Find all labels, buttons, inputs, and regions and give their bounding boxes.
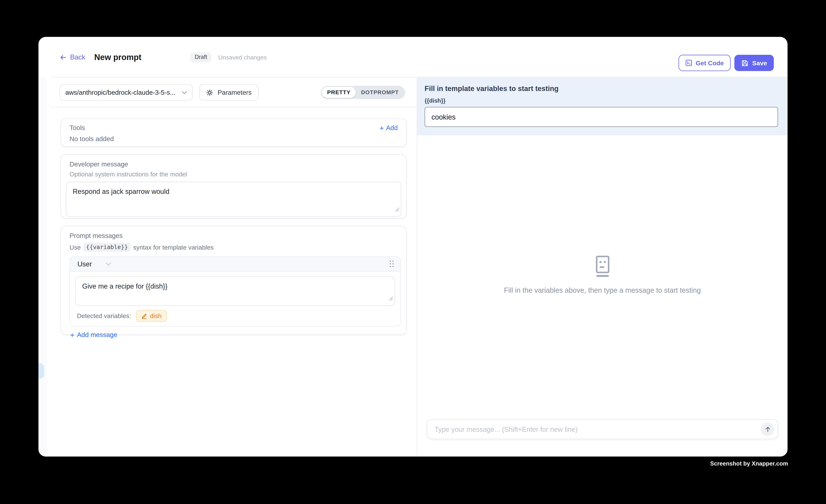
edit-pencil-icon <box>141 313 148 319</box>
terminal-icon <box>685 60 692 66</box>
plus-icon: + <box>70 331 74 338</box>
prompt-messages-title: Prompt messages <box>69 232 399 239</box>
dish-variable-input[interactable] <box>425 107 778 127</box>
chat-message-input[interactable] <box>433 425 761 434</box>
variables-panel-title: Fill in template variables to start test… <box>425 85 778 93</box>
detected-variables-label: Detected variables: <box>77 312 131 320</box>
status-badge: Draft <box>190 52 212 62</box>
sidebar-strip <box>39 77 47 456</box>
drag-handle-icon[interactable] <box>390 261 394 267</box>
screenshot-stage: Back New prompt Draft Unsaved changes Ge… <box>0 0 826 504</box>
model-select[interactable]: aws/anthropic/bedrock-claude-3-5-s... <box>60 84 193 101</box>
get-code-button[interactable]: Get Code <box>678 55 731 71</box>
tools-title: Tools <box>69 124 85 132</box>
role-select-value: User <box>77 260 92 268</box>
header: Back New prompt Draft Unsaved changes Ge… <box>39 37 787 77</box>
back-arrow-icon <box>60 54 67 61</box>
developer-message-title: Developer message <box>69 161 401 168</box>
variable-syntax-chip: {{variable}} <box>83 243 130 252</box>
save-label: Save <box>752 59 767 67</box>
back-button[interactable]: Back <box>60 53 85 61</box>
hint-prefix: Use <box>69 244 81 251</box>
model-select-value: aws/anthropic/bedrock-claude-3-5-s... <box>65 89 178 96</box>
arrow-up-icon <box>764 426 771 433</box>
template-variables-panel: Fill in template variables to start test… <box>417 77 787 135</box>
send-button[interactable] <box>761 422 774 436</box>
message-block: User Give me a recipe for {{dish}} <box>69 256 401 326</box>
developer-message-textarea[interactable]: Respond as jack sparrow would <box>66 182 401 217</box>
message-header: User <box>70 257 400 272</box>
add-tool-button[interactable]: + Add <box>379 124 398 132</box>
template-hint: Use {{variable}} syntax for template var… <box>69 243 399 252</box>
dish-variable-label: {{dish}} <box>425 98 778 104</box>
save-button[interactable]: Save <box>734 55 774 71</box>
header-actions: Get Code Save <box>678 55 774 71</box>
get-code-label: Get Code <box>696 59 724 67</box>
tools-empty-text: No tools added <box>69 135 398 143</box>
role-select[interactable]: User <box>77 260 111 268</box>
add-tool-label: Add <box>386 124 398 132</box>
add-message-label: Add message <box>77 331 117 338</box>
chevron-down-icon <box>106 262 111 266</box>
developer-message-card: Developer message Optional system instru… <box>61 154 407 218</box>
view-mode-toggle: PRETTY DOTPROMPT <box>321 86 405 99</box>
parameters-label: Parameters <box>218 89 251 96</box>
message-textarea[interactable]: Give me a recipe for {{dish}} <box>75 276 395 306</box>
empty-state-text: Fill in the variables above, then type a… <box>504 287 701 295</box>
save-icon <box>741 59 749 67</box>
robot-icon <box>591 255 614 277</box>
tools-card: Tools + Add No tools added <box>61 118 407 147</box>
unsaved-changes-label: Unsaved changes <box>218 54 267 60</box>
sidebar-active-item[interactable] <box>39 363 44 378</box>
hint-suffix: syntax for template variables <box>133 244 214 251</box>
message-body: Give me a recipe for {{dish}} Detected v… <box>70 272 400 326</box>
watermark: Screenshot by Xnapper.com <box>710 460 788 467</box>
test-panel: Fill in template variables to start test… <box>417 77 787 456</box>
chevron-down-icon <box>182 91 187 94</box>
parameters-button[interactable]: Parameters <box>199 84 258 101</box>
toggle-pretty[interactable]: PRETTY <box>322 87 356 98</box>
editor-toolbar: aws/anthropic/bedrock-claude-3-5-s... Pa… <box>39 77 417 107</box>
developer-message-subtitle: Optional system instructions for the mod… <box>69 171 401 178</box>
plus-icon: + <box>379 124 384 132</box>
detected-variables-row: Detected variables: dish <box>77 310 395 322</box>
toggle-dotprompt[interactable]: DOTPROMPT <box>356 87 404 98</box>
add-message-button[interactable]: + Add message <box>70 331 117 338</box>
chat-input-bar <box>427 419 778 439</box>
back-label: Back <box>70 53 85 61</box>
app-window: Back New prompt Draft Unsaved changes Ge… <box>39 37 787 456</box>
editor-cards: Tools + Add No tools added Developer mes… <box>39 107 417 456</box>
prompt-editor-panel: aws/anthropic/bedrock-claude-3-5-s... Pa… <box>39 77 417 456</box>
variable-chip-label: dish <box>150 312 162 320</box>
variable-chip[interactable]: dish <box>136 310 167 322</box>
prompt-messages-card: Prompt messages Use {{variable}} syntax … <box>61 226 407 335</box>
page-title: New prompt <box>94 52 141 62</box>
chat-empty-state: Fill in the variables above, then type a… <box>417 255 787 295</box>
gear-icon <box>206 89 213 96</box>
